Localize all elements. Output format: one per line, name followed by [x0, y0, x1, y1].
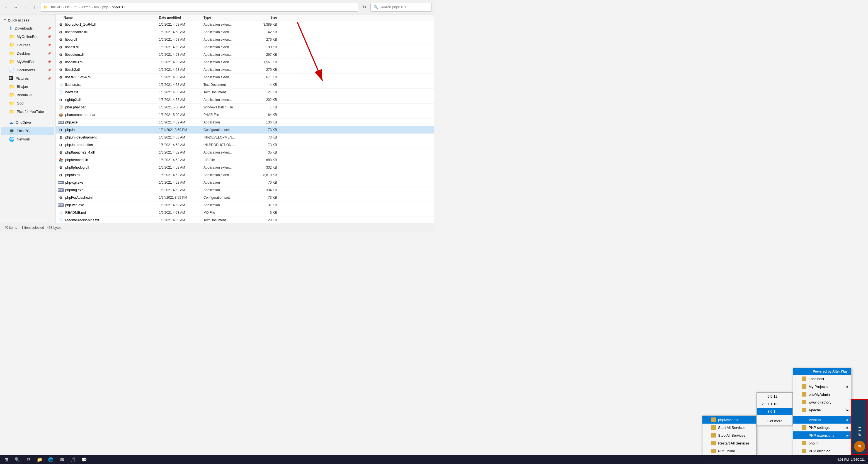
refresh-button[interactable]: ↻	[360, 3, 369, 12]
file-icon: PHP	[58, 120, 64, 125]
file-name-cell: PHP phpdbg.exe	[56, 187, 159, 193]
file-type: Application	[204, 203, 254, 207]
table-row[interactable]: ⚙ libsodium.dll 1/6/2021 4:53 AM Applica…	[56, 51, 434, 59]
table-row[interactable]: ⚙ php8phpdbg.dll 1/6/2021 4:52 AM Applic…	[56, 164, 434, 172]
table-row[interactable]: 📄 README.md 1/6/2021 4:53 AM MD File 6 K…	[56, 209, 434, 217]
sidebar-item-myonlineedu[interactable]: 📁 MyOnlineEdu 📌	[1, 33, 54, 41]
file-name: phpdbg.exe	[65, 188, 83, 192]
sidebar-item-bhajan[interactable]: 📁 Bhajan	[1, 83, 54, 91]
address-bar[interactable]: 📁 This PC › OS (C:) › wamp › bin › php ›…	[40, 3, 358, 12]
sidebar-item-documents[interactable]: 📄 Documents 📌	[1, 66, 54, 74]
download-icon: ⬇	[9, 26, 12, 31]
file-name-cell: ⚙ php.ini-development	[56, 134, 159, 140]
sidebar-item-desktop[interactable]: 📁 Desktop 📌	[1, 49, 54, 57]
table-row[interactable]: ⚙ php8ts.dll 1/6/2021 4:52 AM Applicatio…	[56, 172, 434, 179]
file-type: Application exten...	[204, 30, 254, 34]
file-type: Text Document	[204, 90, 254, 94]
file-type: Application exten...	[204, 68, 254, 72]
sidebar-item-pics-youtube[interactable]: 📁 Pics for YouTube	[1, 107, 54, 116]
table-row[interactable]: ⚙ phpForApache.ini 1/24/2021 3:59 PM Con…	[56, 194, 434, 202]
selected-info: 1 item selected 468 bytes	[22, 226, 61, 229]
file-date: 1/6/2021 4:53 AM	[159, 68, 204, 72]
file-date: 1/6/2021 4:52 AM	[159, 165, 204, 169]
table-row[interactable]: ⚙ libcrypto-1_1-x64.dll 1/6/2021 4:53 AM…	[56, 21, 434, 28]
forward-button[interactable]: →	[12, 3, 20, 11]
file-type: LIB File	[204, 158, 254, 162]
table-row[interactable]: ⚙ nghttp2.dll 1/6/2021 4:53 AM Applicati…	[56, 96, 434, 104]
main-layout: ⌃ Quick access ⬇ Downloads 📌 📁 MyOnlineE…	[0, 14, 434, 223]
file-size: 29 KB	[254, 218, 282, 222]
file-type: Configuration sett...	[204, 128, 254, 132]
address-this-pc: This PC	[49, 5, 62, 9]
file-date: 1/6/2021 4:53 AM	[159, 83, 204, 87]
recent-button[interactable]: ⌄	[21, 3, 29, 11]
file-name: php8phpdbg.dll	[65, 165, 89, 169]
table-row[interactable]: ⚙ php.ini-production 1/6/2021 4:53 AM IN…	[56, 141, 434, 149]
table-row[interactable]: ⚙ libsqlite3.dll 1/6/2021 4:53 AM Applic…	[56, 59, 434, 66]
file-icon: PHP	[58, 187, 64, 193]
file-name: php-cgi.exe	[65, 181, 83, 184]
table-row[interactable]: 📝 phar.phar.bat 1/6/2021 5:00 AM Windows…	[56, 104, 434, 111]
table-row[interactable]: PHP php-cgi.exe 1/6/2021 4:52 AM Applica…	[56, 179, 434, 186]
table-row[interactable]: 📄 readme-redist-bins.txt 1/6/2021 4:53 A…	[56, 217, 434, 223]
file-name: readme-redist-bins.txt	[65, 218, 99, 222]
file-date: 1/6/2021 4:53 AM	[159, 60, 204, 64]
sidebar-item-label: God	[17, 101, 24, 105]
sidebar-item-this-pc[interactable]: 💻 This PC	[1, 127, 54, 135]
file-icon: ⚙	[58, 74, 64, 80]
file-size: 70 KB	[254, 181, 282, 184]
file-date: 1/6/2021 4:52 AM	[159, 158, 204, 162]
file-name: nghttp2.dll	[65, 98, 82, 102]
file-size: 21 KB	[254, 90, 282, 94]
file-type: Application exten...	[204, 98, 254, 102]
table-row[interactable]: 📚 php8embed.lib 1/6/2021 4:52 AM LIB Fil…	[56, 156, 434, 164]
sidebar-item-god[interactable]: 📁 God	[1, 99, 54, 107]
table-row[interactable]: ⚙ php.ini-development 1/6/2021 4:53 AM I…	[56, 134, 434, 141]
table-row[interactable]: ⚙ php.ini 1/24/2021 3:59 PM Configuratio…	[56, 126, 434, 134]
col-header-type[interactable]: Type	[204, 16, 254, 20]
table-row[interactable]: PHP phpdbg.exe 1/6/2021 4:52 AM Applicat…	[56, 186, 434, 194]
table-row[interactable]: 📄 license.txt 1/6/2021 4:53 AM Text Docu…	[56, 81, 434, 89]
sidebar-item-bhaktigiti[interactable]: 📁 BhaktiGiti	[1, 91, 54, 99]
file-icon: 📄	[58, 89, 64, 95]
table-row[interactable]: ⚙ libenchant2.dll 1/6/2021 4:53 AM Appli…	[56, 28, 434, 36]
table-row[interactable]: 📦 pharcommand.phar 1/6/2021 5:00 AM PHAR…	[56, 111, 434, 119]
table-row[interactable]: ⚙ libssl-1_1-x64.dll 1/6/2021 4:53 AM Ap…	[56, 73, 434, 81]
sidebar-item-pictures[interactable]: 🖼 Pictures 📌	[1, 74, 54, 82]
file-name-cell: 📄 license.txt	[56, 82, 159, 88]
network-icon: 🌐	[9, 136, 14, 142]
sidebar-item-network[interactable]: 🌐 Network	[1, 135, 54, 143]
file-size: 73 KB	[254, 143, 282, 147]
file-name: phpForApache.ini	[65, 196, 93, 199]
sidebar-item-courses[interactable]: 📁 Courses 📌	[1, 41, 54, 49]
file-icon: ⚙	[58, 97, 64, 102]
file-icon: ⚙	[58, 195, 64, 200]
sidebar-item-downloads[interactable]: ⬇ Downloads 📌	[1, 24, 54, 32]
sidebar-item-onedrive[interactable]: ☁ OneDrive	[1, 118, 54, 126]
table-row[interactable]: ⚙ libssh2.dll 1/6/2021 4:53 AM Applicati…	[56, 66, 434, 73]
table-row[interactable]: PHP php-win.exe 1/6/2021 4:52 AM Applica…	[56, 202, 434, 209]
file-name-cell: ⚙ libssl-1_1-x64.dll	[56, 74, 159, 80]
file-name: libpq.dll	[65, 38, 77, 41]
file-name-cell: ⚙ libenchant2.dll	[56, 29, 159, 35]
file-size: 1 KB	[254, 105, 282, 109]
file-name: php-win.exe	[65, 203, 84, 207]
search-bar[interactable]: 🔍 Search php8.0.1	[370, 3, 432, 12]
sidebar-item-mywedpal[interactable]: 📁 MyWedPal 📌	[1, 58, 54, 66]
table-row[interactable]: ⚙ libsasl.dll 1/6/2021 4:53 AM Applicati…	[56, 43, 434, 51]
file-type: INI-DEVELOPMEN...	[204, 135, 254, 140]
file-size: 334 KB	[254, 188, 282, 192]
table-row[interactable]: 📄 news.txt 1/6/2021 4:53 AM Text Documen…	[56, 89, 434, 96]
file-date: 1/6/2021 4:53 AM	[159, 211, 204, 215]
col-header-size[interactable]: Size	[254, 16, 282, 20]
table-row[interactable]: PHP php.exe 1/6/2021 4:52 AM Application…	[56, 119, 434, 126]
up-button[interactable]: ↑	[31, 3, 38, 11]
file-name: README.md	[65, 211, 86, 215]
col-header-date[interactable]: Date modified	[159, 16, 204, 20]
table-row[interactable]: ⚙ php8apache2_4.dll 1/6/2021 4:52 AM App…	[56, 149, 434, 156]
table-row[interactable]: ⚙ libpq.dll 1/6/2021 4:53 AM Application…	[56, 36, 434, 43]
quick-access-header[interactable]: ⌃ Quick access	[0, 17, 56, 24]
col-header-name[interactable]: Name	[56, 16, 159, 20]
back-button[interactable]: ←	[2, 3, 10, 11]
file-icon: ⚙	[58, 29, 64, 35]
